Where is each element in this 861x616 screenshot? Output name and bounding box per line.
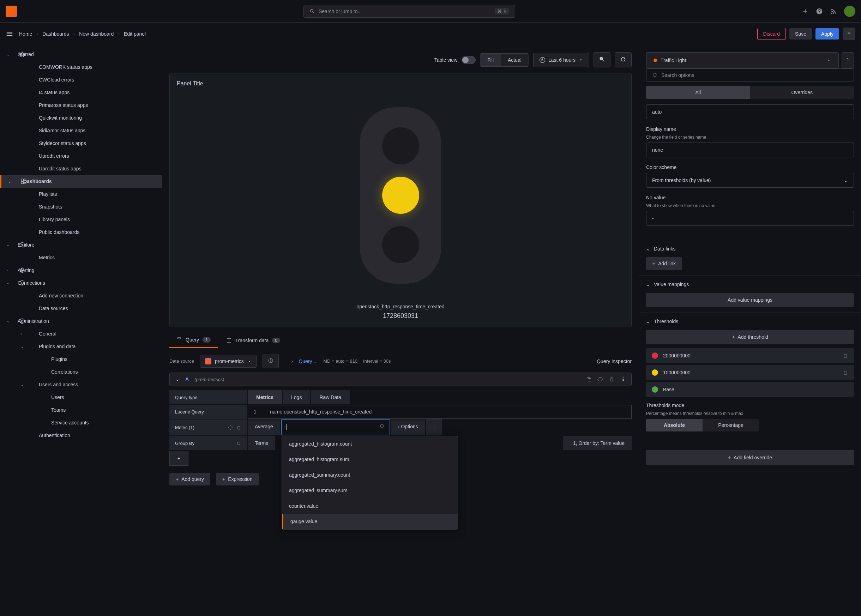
auto-input[interactable]: auto bbox=[646, 104, 854, 119]
fill-toggle[interactable]: Fill bbox=[480, 53, 501, 66]
breadcrumb-dashboards[interactable]: Dashboards bbox=[42, 31, 69, 37]
add-threshold-button[interactable]: + Add threshold bbox=[646, 330, 854, 344]
mode-percentage[interactable]: Percentage bbox=[702, 419, 759, 432]
trash-icon[interactable] bbox=[843, 370, 848, 376]
sidebar-plugins[interactable]: Plugins bbox=[0, 353, 162, 366]
sidebar-plugins-data[interactable]: ⌄Plugins and data bbox=[0, 340, 162, 353]
sidebar-explore[interactable]: ⌄ Explore bbox=[0, 239, 162, 251]
sidebar-users[interactable]: Users bbox=[0, 391, 162, 404]
sidebar-users-access[interactable]: ⌄Users and access bbox=[0, 378, 162, 391]
sidebar-item[interactable]: Quickwit monitoring bbox=[0, 112, 162, 124]
add-value-mappings-button[interactable]: Add value mappings bbox=[646, 293, 854, 307]
query-type-logs[interactable]: Logs bbox=[283, 390, 310, 404]
dropdown-item[interactable]: aggregated_histogram.count bbox=[282, 436, 458, 452]
sidebar-item[interactable]: Styldecor status apps bbox=[0, 137, 162, 149]
actual-toggle[interactable]: Actual bbox=[501, 53, 529, 66]
help-icon[interactable] bbox=[816, 8, 823, 15]
grafana-logo[interactable] bbox=[6, 6, 17, 17]
viz-expand-button[interactable]: › bbox=[842, 52, 854, 68]
dropdown-item[interactable]: gauge.value bbox=[282, 514, 458, 529]
tab-query[interactable]: Query 1 bbox=[170, 333, 218, 348]
sidebar-connections[interactable]: ⌄ Connections bbox=[0, 277, 162, 289]
no-value-input[interactable]: - bbox=[646, 211, 854, 226]
mode-absolute[interactable]: Absolute bbox=[646, 419, 702, 432]
metric-field-input[interactable]: aggregated_histogram.count aggregated_hi… bbox=[281, 420, 390, 435]
metric-function[interactable]: Average bbox=[248, 420, 280, 435]
sidebar-correlations[interactable]: Correlations bbox=[0, 366, 162, 378]
trash-icon[interactable] bbox=[236, 441, 241, 446]
group-by-meta[interactable]: : 1, Order by: Term value bbox=[563, 436, 632, 450]
drag-icon[interactable] bbox=[620, 376, 625, 382]
query-options-link[interactable]: Query ... bbox=[299, 358, 317, 364]
lucene-input[interactable]: 1 name:openstack_http_response_time_crea… bbox=[248, 405, 632, 419]
sidebar-alerting[interactable]: › Alerting bbox=[0, 264, 162, 277]
threshold-value[interactable]: 1000000000 bbox=[663, 370, 838, 376]
menu-icon[interactable] bbox=[6, 30, 13, 38]
query-inspector-button[interactable]: Query inspector bbox=[597, 358, 632, 364]
trash-icon[interactable] bbox=[236, 425, 241, 430]
rss-icon[interactable] bbox=[830, 8, 837, 15]
data-source-select[interactable]: prom-metrics bbox=[200, 355, 257, 368]
thresholds-header[interactable]: ⌄ Thresholds bbox=[639, 313, 861, 330]
display-name-input[interactable]: none bbox=[646, 143, 854, 157]
sidebar-item[interactable]: COMWORK status apps bbox=[0, 61, 162, 73]
save-button[interactable]: Save bbox=[789, 28, 812, 39]
eye-icon[interactable] bbox=[228, 425, 233, 430]
copy-icon[interactable] bbox=[586, 376, 592, 382]
sidebar-service-accounts[interactable]: Service accounts bbox=[0, 416, 162, 429]
sidebar-teams[interactable]: Teams bbox=[0, 404, 162, 416]
threshold-color-yellow[interactable] bbox=[652, 369, 658, 376]
sidebar-item[interactable]: CWCloud errors bbox=[0, 73, 162, 86]
sidebar-data-sources[interactable]: Data sources bbox=[0, 302, 162, 315]
expression-button[interactable]: + Expression bbox=[216, 473, 259, 486]
datasource-help-button[interactable]: ? bbox=[262, 354, 279, 368]
threshold-color-green[interactable] bbox=[652, 386, 658, 393]
time-range-picker[interactable]: Last 6 hours bbox=[533, 53, 589, 67]
sidebar-general[interactable]: ›General bbox=[0, 327, 162, 340]
sidebar-starred[interactable]: ⌄ Starred bbox=[0, 48, 162, 61]
query-type-metrics[interactable]: Metrics bbox=[248, 390, 282, 404]
sidebar-authentication[interactable]: Authentication bbox=[0, 429, 162, 442]
add-field-override-button[interactable]: + Add field override bbox=[646, 450, 854, 465]
collapse-button[interactable] bbox=[843, 28, 855, 40]
add-metric-button[interactable]: + bbox=[426, 420, 442, 435]
dropdown-item[interactable]: aggregated_histogram.sum bbox=[282, 452, 458, 467]
dropdown-item[interactable]: counter.value bbox=[282, 498, 458, 514]
sidebar-snapshots[interactable]: Snapshots bbox=[0, 200, 162, 213]
options-tab-overrides[interactable]: Overrides bbox=[750, 86, 854, 99]
add-query-button[interactable]: + Add query bbox=[170, 473, 210, 486]
user-avatar[interactable] bbox=[844, 6, 855, 17]
plus-icon[interactable] bbox=[802, 8, 809, 15]
search-options[interactable]: Search options bbox=[646, 68, 854, 82]
data-links-header[interactable]: ⌄ Data links bbox=[639, 240, 861, 257]
apply-button[interactable]: Apply bbox=[815, 28, 839, 39]
threshold-color-red[interactable] bbox=[652, 352, 658, 359]
value-mappings-header[interactable]: ⌄ Value mappings bbox=[639, 275, 861, 293]
sidebar-playlists[interactable]: Playlists bbox=[0, 188, 162, 200]
add-link-button[interactable]: + Add link bbox=[646, 257, 682, 270]
sidebar-metrics[interactable]: Metrics bbox=[0, 251, 162, 264]
sidebar-item[interactable]: SidiAmor status apps bbox=[0, 124, 162, 137]
metric-options[interactable]: › Options bbox=[391, 420, 425, 435]
breadcrumb-new-dashboard[interactable]: New dashboard bbox=[79, 31, 114, 37]
add-group-button[interactable]: + bbox=[170, 451, 189, 466]
sidebar-add-connection[interactable]: Add new connection bbox=[0, 289, 162, 302]
table-view-toggle[interactable] bbox=[462, 56, 476, 64]
sidebar-item[interactable]: Uprodit status apps bbox=[0, 162, 162, 175]
sidebar-item[interactable]: Uprodit errors bbox=[0, 149, 162, 162]
zoom-out-button[interactable] bbox=[594, 52, 610, 68]
trash-icon[interactable] bbox=[843, 353, 848, 358]
discard-button[interactable]: Discard bbox=[757, 28, 786, 40]
trash-icon[interactable] bbox=[609, 376, 614, 382]
group-by-function[interactable]: Terms bbox=[248, 436, 275, 450]
query-type-raw[interactable]: Raw Data bbox=[311, 390, 349, 404]
sidebar-dashboards[interactable]: ⌄ Dashboards bbox=[0, 175, 162, 188]
breadcrumb-home[interactable]: Home bbox=[19, 31, 32, 37]
tab-transform[interactable]: Transform data 0 bbox=[219, 333, 287, 348]
dropdown-item[interactable]: aggregated_summary.count bbox=[282, 467, 458, 482]
query-row-header[interactable]: ⌄ A (prom-metrics) bbox=[170, 372, 632, 386]
sidebar-administration[interactable]: ⌄ Administration bbox=[0, 315, 162, 327]
color-scheme-select[interactable]: From thresholds (by value) ⌄ bbox=[646, 173, 854, 188]
dropdown-item[interactable]: aggregated_summary.sum bbox=[282, 482, 458, 498]
sidebar-item[interactable]: Primarosa status apps bbox=[0, 99, 162, 112]
